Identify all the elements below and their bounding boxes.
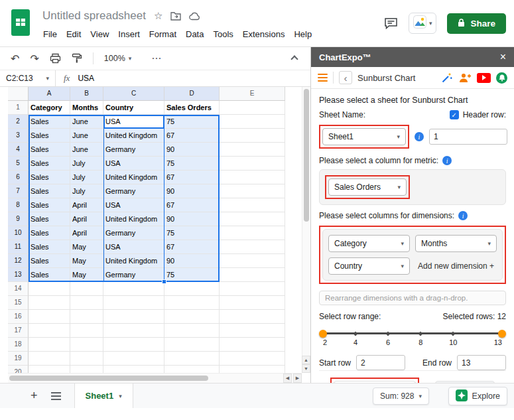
menu-tools[interactable]: Tools: [208, 27, 237, 41]
cell-C9[interactable]: United Kingdom: [103, 212, 164, 226]
cell-B10[interactable]: April: [70, 226, 103, 240]
cell-C12[interactable]: United Kingdom: [103, 254, 164, 268]
cell-B16[interactable]: [70, 310, 103, 324]
add-sheet-button[interactable]: +: [31, 389, 38, 403]
collapse-toolbar-icon[interactable]: [292, 52, 297, 64]
row-header-10[interactable]: 10: [8, 226, 29, 240]
row-header-15[interactable]: 15: [8, 296, 29, 310]
vertical-scrollbar[interactable]: ▲ ▼: [302, 87, 310, 373]
cell-A19[interactable]: [29, 352, 70, 366]
col-header-D[interactable]: D: [164, 87, 220, 101]
info-icon[interactable]: i: [442, 156, 452, 165]
cell-A14[interactable]: [29, 282, 70, 296]
zoom-select[interactable]: 100% ▾: [104, 54, 132, 63]
addon-menu-button[interactable]: ▾: [409, 13, 437, 34]
cell-E5[interactable]: [220, 157, 285, 171]
comment-icon[interactable]: [384, 17, 398, 30]
cell-D2[interactable]: 75: [164, 115, 220, 129]
row-header-7[interactable]: 7: [8, 184, 29, 198]
print-icon[interactable]: [50, 53, 61, 64]
cell-D6[interactable]: 67: [164, 171, 220, 184]
row-header-17[interactable]: 17: [8, 324, 29, 338]
cell-E8[interactable]: [220, 198, 285, 212]
cell-B7[interactable]: July: [70, 184, 103, 198]
dimension-3-select[interactable]: Country ▾: [328, 257, 410, 275]
row-header-5[interactable]: 5: [8, 157, 29, 171]
name-box[interactable]: C2:C13 ▾: [0, 70, 56, 86]
cell-A18[interactable]: [29, 338, 70, 352]
cell-C7[interactable]: Germany: [103, 184, 164, 198]
close-icon[interactable]: ×: [500, 51, 506, 63]
cell-E1[interactable]: [220, 101, 285, 115]
redo-icon[interactable]: ↷: [30, 52, 38, 65]
cell-C4[interactable]: Germany: [103, 143, 164, 157]
slider-handle-start[interactable]: [319, 330, 327, 338]
cell-E14[interactable]: [220, 282, 285, 296]
menu-view[interactable]: View: [86, 27, 113, 41]
horizontal-scrollbar[interactable]: ◀ ▶: [8, 373, 302, 383]
cell-D14[interactable]: [164, 282, 220, 296]
col-header-A[interactable]: A: [29, 87, 70, 101]
cell-A3[interactable]: Sales: [29, 129, 70, 143]
cell-D7[interactable]: 90: [164, 184, 220, 198]
row-header-6[interactable]: 6: [8, 171, 29, 184]
add-dimension-button[interactable]: Add new dimension +: [415, 261, 497, 271]
cloud-status-icon[interactable]: [189, 12, 201, 21]
cell-B15[interactable]: [70, 296, 103, 310]
scroll-left-icon[interactable]: ◀: [283, 374, 292, 383]
cell-B9[interactable]: April: [70, 212, 103, 226]
cell-E17[interactable]: [220, 324, 285, 338]
cell-B1[interactable]: Months: [70, 101, 103, 115]
cell-D10[interactable]: 75: [164, 226, 220, 240]
cell-B6[interactable]: July: [70, 171, 103, 184]
cell-A1[interactable]: Category: [29, 101, 70, 115]
col-header-C[interactable]: C: [103, 87, 164, 101]
more-toolbar-icon[interactable]: ⋯: [151, 52, 162, 64]
cell-C17[interactable]: [103, 324, 164, 338]
menu-edit[interactable]: Edit: [62, 27, 86, 41]
cell-E9[interactable]: [220, 212, 285, 226]
row-range-slider[interactable]: 24681013: [319, 324, 506, 348]
dimension-1-select[interactable]: Category ▾: [328, 235, 410, 252]
header-row-checkbox[interactable]: ✓: [450, 110, 459, 119]
cell-A7[interactable]: Sales: [29, 184, 70, 198]
cell-E16[interactable]: [220, 310, 285, 324]
cell-C1[interactable]: Country: [103, 101, 164, 115]
metric-select[interactable]: Sales Orders ▾: [328, 178, 407, 196]
row-header-9[interactable]: 9: [8, 212, 29, 226]
scroll-down-icon[interactable]: ▼: [302, 364, 310, 373]
dimension-2-select[interactable]: Months ▾: [415, 235, 497, 252]
row-header-3[interactable]: 3: [8, 129, 29, 143]
cell-B18[interactable]: [70, 338, 103, 352]
cell-A2[interactable]: Sales: [29, 115, 70, 129]
cell-E18[interactable]: [220, 338, 285, 352]
cell-C15[interactable]: [103, 296, 164, 310]
menu-file[interactable]: File: [38, 27, 62, 41]
end-row-input[interactable]: [457, 355, 506, 370]
cell-D9[interactable]: 90: [164, 212, 220, 226]
share-button[interactable]: Share: [447, 13, 506, 34]
cell-E3[interactable]: [220, 129, 285, 143]
row-header-11[interactable]: 11: [8, 240, 29, 254]
sheet-name-select[interactable]: Sheet1 ▾: [322, 128, 406, 145]
cell-A9[interactable]: Sales: [29, 212, 70, 226]
sheet-tab[interactable]: Sheet1 ▾: [74, 384, 133, 408]
cell-A15[interactable]: [29, 296, 70, 310]
formula-input[interactable]: USA: [78, 74, 94, 83]
cell-E12[interactable]: [220, 254, 285, 268]
cell-D19[interactable]: [164, 352, 220, 366]
cell-D16[interactable]: [164, 310, 220, 324]
row-header-13[interactable]: 13: [8, 268, 29, 282]
cell-C2[interactable]: USA: [103, 115, 164, 129]
notification-bell-icon[interactable]: [496, 72, 507, 84]
star-icon[interactable]: ☆: [154, 10, 162, 22]
cell-A4[interactable]: Sales: [29, 143, 70, 157]
sum-dropdown[interactable]: Sum: 928 ▾: [373, 387, 429, 405]
horizontal-scroll-thumb[interactable]: [9, 376, 208, 381]
slider-handle-end[interactable]: [498, 330, 506, 338]
row-header-2[interactable]: 2: [8, 115, 29, 129]
scroll-up-icon[interactable]: ▲: [302, 356, 310, 364]
header-row-input[interactable]: [429, 129, 507, 145]
cell-E7[interactable]: [220, 184, 285, 198]
cell-E15[interactable]: [220, 296, 285, 310]
